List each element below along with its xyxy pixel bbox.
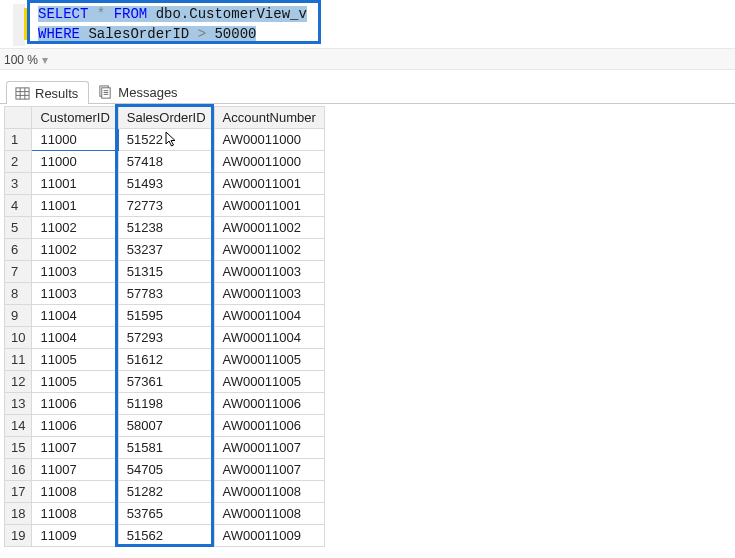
- cell-customerid[interactable]: 11005: [32, 371, 118, 393]
- zoom-indicator[interactable]: 100 % ▾: [0, 48, 735, 70]
- cell-customerid[interactable]: 11003: [32, 261, 118, 283]
- cell-salesorderid[interactable]: 57783: [118, 283, 214, 305]
- row-number[interactable]: 19: [5, 525, 32, 547]
- row-number[interactable]: 10: [5, 327, 32, 349]
- cell-salesorderid[interactable]: 51238: [118, 217, 214, 239]
- cell-customerid[interactable]: 11000: [32, 151, 118, 173]
- cell-accountnumber[interactable]: AW00011002: [214, 217, 324, 239]
- row-number[interactable]: 4: [5, 195, 32, 217]
- cell-customerid[interactable]: 11002: [32, 239, 118, 261]
- cell-accountnumber[interactable]: AW00011005: [214, 371, 324, 393]
- cell-salesorderid[interactable]: 51493: [118, 173, 214, 195]
- cell-salesorderid[interactable]: 72773: [118, 195, 214, 217]
- table-row[interactable]: 21100057418AW00011000: [5, 151, 325, 173]
- cell-accountnumber[interactable]: AW00011008: [214, 481, 324, 503]
- cell-accountnumber[interactable]: AW00011000: [214, 151, 324, 173]
- table-row[interactable]: 71100351315AW00011003: [5, 261, 325, 283]
- cell-customerid[interactable]: 11001: [32, 195, 118, 217]
- table-row[interactable]: 111100551612AW00011005: [5, 349, 325, 371]
- cell-customerid[interactable]: 11001: [32, 173, 118, 195]
- table-row[interactable]: 141100658007AW00011006: [5, 415, 325, 437]
- cell-customerid[interactable]: 11000: [32, 129, 118, 151]
- row-number[interactable]: 1: [5, 129, 32, 151]
- cell-salesorderid[interactable]: 57361: [118, 371, 214, 393]
- table-row[interactable]: 51100251238AW00011002: [5, 217, 325, 239]
- row-number[interactable]: 5: [5, 217, 32, 239]
- cell-salesorderid[interactable]: 51562: [118, 525, 214, 547]
- table-row[interactable]: 181100853765AW00011008: [5, 503, 325, 525]
- cell-accountnumber[interactable]: AW00011005: [214, 349, 324, 371]
- cell-customerid[interactable]: 11004: [32, 327, 118, 349]
- table-row[interactable]: 31100151493AW00011001: [5, 173, 325, 195]
- row-number[interactable]: 8: [5, 283, 32, 305]
- row-number[interactable]: 12: [5, 371, 32, 393]
- row-number[interactable]: 13: [5, 393, 32, 415]
- cell-accountnumber[interactable]: AW00011008: [214, 503, 324, 525]
- row-number[interactable]: 14: [5, 415, 32, 437]
- cell-accountnumber[interactable]: AW00011004: [214, 327, 324, 349]
- cell-customerid[interactable]: 11008: [32, 503, 118, 525]
- table-row[interactable]: 171100851282AW00011008: [5, 481, 325, 503]
- table-row[interactable]: 131100651198AW00011006: [5, 393, 325, 415]
- table-row[interactable]: 61100253237AW00011002: [5, 239, 325, 261]
- tab-messages[interactable]: Messages: [89, 80, 188, 103]
- col-header-accountnumber[interactable]: AccountNumber: [214, 107, 324, 129]
- cell-salesorderid[interactable]: 51522: [118, 129, 214, 151]
- table-row[interactable]: 191100951562AW00011009: [5, 525, 325, 547]
- cell-accountnumber[interactable]: AW00011006: [214, 415, 324, 437]
- row-number[interactable]: 16: [5, 459, 32, 481]
- sql-editor[interactable]: SELECT * FROM dbo.CustomerView_v WHERE S…: [0, 0, 735, 48]
- cell-accountnumber[interactable]: AW00011001: [214, 195, 324, 217]
- cell-accountnumber[interactable]: AW00011002: [214, 239, 324, 261]
- cell-customerid[interactable]: 11005: [32, 349, 118, 371]
- cell-salesorderid[interactable]: 53765: [118, 503, 214, 525]
- cell-accountnumber[interactable]: AW00011003: [214, 283, 324, 305]
- cell-accountnumber[interactable]: AW00011006: [214, 393, 324, 415]
- cell-customerid[interactable]: 11006: [32, 393, 118, 415]
- cell-customerid[interactable]: 11003: [32, 283, 118, 305]
- row-number[interactable]: 3: [5, 173, 32, 195]
- cell-customerid[interactable]: 11006: [32, 415, 118, 437]
- cell-salesorderid[interactable]: 51315: [118, 261, 214, 283]
- cell-salesorderid[interactable]: 51581: [118, 437, 214, 459]
- table-row[interactable]: 11100051522AW00011000: [5, 129, 325, 151]
- cell-accountnumber[interactable]: AW00011001: [214, 173, 324, 195]
- cell-customerid[interactable]: 11004: [32, 305, 118, 327]
- table-row[interactable]: 161100754705AW00011007: [5, 459, 325, 481]
- col-header-customerid[interactable]: CustomerID: [32, 107, 118, 129]
- cell-salesorderid[interactable]: 51612: [118, 349, 214, 371]
- cell-customerid[interactable]: 11007: [32, 437, 118, 459]
- cell-accountnumber[interactable]: AW00011003: [214, 261, 324, 283]
- cell-salesorderid[interactable]: 57293: [118, 327, 214, 349]
- tab-results[interactable]: Results: [6, 81, 89, 104]
- row-number[interactable]: 2: [5, 151, 32, 173]
- cell-customerid[interactable]: 11007: [32, 459, 118, 481]
- cell-accountnumber[interactable]: AW00011007: [214, 459, 324, 481]
- col-header-salesorderid[interactable]: SalesOrderID: [118, 107, 214, 129]
- cell-salesorderid[interactable]: 53237: [118, 239, 214, 261]
- cell-accountnumber[interactable]: AW00011009: [214, 525, 324, 547]
- cell-salesorderid[interactable]: 51198: [118, 393, 214, 415]
- cell-accountnumber[interactable]: AW00011004: [214, 305, 324, 327]
- cell-salesorderid[interactable]: 54705: [118, 459, 214, 481]
- rownum-header[interactable]: [5, 107, 32, 129]
- row-number[interactable]: 6: [5, 239, 32, 261]
- results-grid[interactable]: CustomerID SalesOrderID AccountNumber 11…: [4, 106, 325, 547]
- cell-accountnumber[interactable]: AW00011007: [214, 437, 324, 459]
- cell-accountnumber[interactable]: AW00011000: [214, 129, 324, 151]
- row-number[interactable]: 11: [5, 349, 32, 371]
- cell-customerid[interactable]: 11009: [32, 525, 118, 547]
- table-row[interactable]: 91100451595AW00011004: [5, 305, 325, 327]
- table-row[interactable]: 151100751581AW00011007: [5, 437, 325, 459]
- cell-customerid[interactable]: 11008: [32, 481, 118, 503]
- table-row[interactable]: 101100457293AW00011004: [5, 327, 325, 349]
- table-row[interactable]: 81100357783AW00011003: [5, 283, 325, 305]
- row-number[interactable]: 17: [5, 481, 32, 503]
- row-number[interactable]: 7: [5, 261, 32, 283]
- row-number[interactable]: 9: [5, 305, 32, 327]
- row-number[interactable]: 15: [5, 437, 32, 459]
- cell-salesorderid[interactable]: 57418: [118, 151, 214, 173]
- cell-customerid[interactable]: 11002: [32, 217, 118, 239]
- cell-salesorderid[interactable]: 51595: [118, 305, 214, 327]
- row-number[interactable]: 18: [5, 503, 32, 525]
